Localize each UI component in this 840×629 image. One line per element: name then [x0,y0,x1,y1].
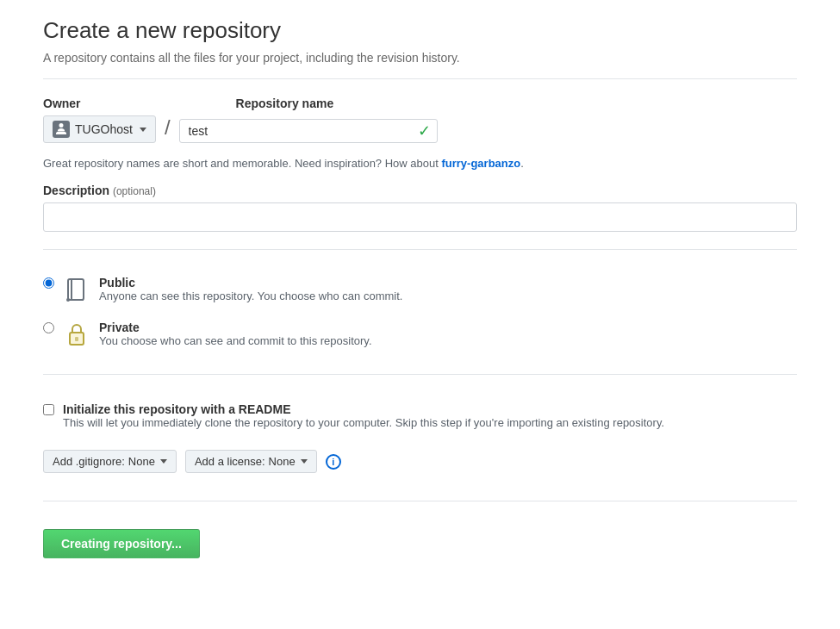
page-subtitle: A repository contains all the files for … [43,51,797,65]
svg-rect-6 [75,337,78,341]
repo-name-valid-icon: ✓ [418,121,431,140]
repo-name-hint: Great repository names are short and mem… [43,157,797,170]
private-text: Private You choose who can see and commi… [99,321,372,347]
page-title: Create a new repository [43,17,797,44]
initialize-desc: This will let you immediately clone the … [63,416,664,429]
addons-row: Add .gitignore: None Add a license: None… [43,439,797,483]
repo-name-input[interactable] [179,119,438,143]
initialize-title: Initialize this repository with a README [63,402,664,416]
public-radio[interactable] [43,277,54,289]
gitignore-dropdown[interactable]: Add .gitignore: None [43,450,177,473]
repo-name-wrapper: ✓ [179,119,438,143]
public-desc: Anyone can see this repository. You choo… [99,290,402,302]
create-repo-button[interactable]: Creating repository... [43,529,200,558]
owner-name: TUGOhost [75,122,133,136]
private-desc: You choose who can see and commit to thi… [99,334,372,347]
public-repo-icon [63,276,90,303]
gitignore-value: None [128,455,155,468]
owner-label: Owner [43,97,81,110]
owner-dropdown[interactable]: TUGOhost [43,115,156,143]
initialize-checkbox[interactable] [43,404,54,415]
repo-suggestion-link[interactable]: furry-garbanzo [441,157,520,170]
path-separator: / [156,117,179,143]
info-icon[interactable]: i [326,454,341,470]
public-option: Public Anyone can see this repository. Y… [43,267,797,312]
public-text: Public Anyone can see this repository. Y… [99,276,402,302]
private-repo-icon [63,321,90,348]
private-radio[interactable] [43,322,54,333]
owner-caret-icon [140,128,146,132]
owner-avatar-icon [53,121,70,138]
description-input[interactable] [43,202,797,232]
gitignore-label: Add .gitignore: [53,455,125,468]
initialize-text: Initialize this repository with a README… [63,402,664,429]
public-title: Public [99,276,402,290]
svg-rect-0 [68,279,84,300]
license-dropdown[interactable]: Add a license: None [185,450,317,473]
initialize-section: Initialize this repository with a README… [43,392,797,439]
visibility-options: Public Anyone can see this repository. Y… [43,267,797,357]
gitignore-caret-icon [160,459,167,464]
private-title: Private [99,321,372,334]
svg-point-3 [66,298,70,302]
optional-label: (optional) [113,185,156,197]
description-label: Description (optional) [43,184,797,197]
repo-name-label: Repository name [236,97,334,110]
license-value: None [269,455,296,468]
license-label: Add a license: [195,455,265,468]
private-option: Private You choose who can see and commi… [43,312,797,357]
license-caret-icon [301,459,308,464]
